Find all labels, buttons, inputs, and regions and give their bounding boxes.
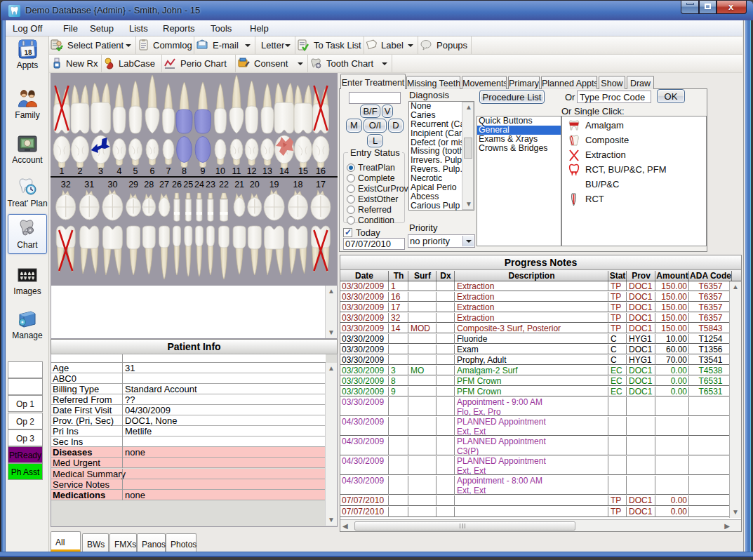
svg-text:21: 21 [234, 180, 244, 189]
svg-text:28: 28 [144, 180, 154, 189]
svg-text:31: 31 [84, 180, 94, 189]
svg-text:25: 25 [183, 180, 193, 189]
svg-text:27: 27 [159, 180, 169, 189]
svg-text:19: 19 [269, 180, 279, 189]
svg-text:11: 11 [232, 166, 241, 176]
svg-text:29: 29 [128, 180, 138, 189]
svg-text:18: 18 [24, 48, 32, 57]
svg-text:2: 2 [78, 166, 83, 176]
svg-text:22: 22 [219, 180, 229, 189]
svg-text:8: 8 [182, 166, 187, 176]
svg-text:9: 9 [201, 166, 206, 176]
svg-text:23: 23 [206, 180, 215, 189]
svg-text:18: 18 [293, 180, 303, 189]
svg-text:30: 30 [107, 180, 117, 189]
svg-text:1: 1 [60, 166, 65, 176]
svg-text:26: 26 [172, 180, 182, 189]
svg-text:20: 20 [250, 180, 260, 189]
svg-text:32: 32 [61, 180, 71, 189]
svg-text:17: 17 [316, 180, 326, 189]
svg-text:4: 4 [117, 166, 122, 176]
svg-text:16: 16 [316, 166, 326, 176]
svg-text:3: 3 [98, 166, 103, 176]
svg-text:14: 14 [279, 166, 289, 176]
svg-text:13: 13 [262, 166, 272, 176]
svg-text:10: 10 [215, 166, 225, 176]
svg-text:24: 24 [194, 180, 204, 189]
svg-text:5: 5 [133, 166, 138, 176]
svg-text:7: 7 [166, 166, 171, 176]
svg-text:15: 15 [298, 166, 308, 176]
svg-text:6: 6 [150, 166, 155, 176]
svg-text:12: 12 [247, 166, 257, 176]
